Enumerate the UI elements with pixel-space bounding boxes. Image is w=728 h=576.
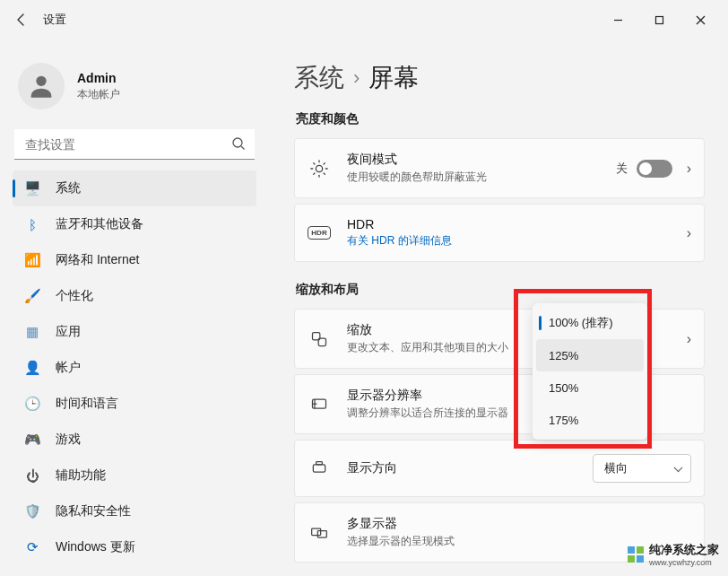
nav-label: 隐私和安全性: [56, 503, 131, 519]
orientation-dropdown[interactable]: 横向: [593, 454, 691, 483]
sidebar-item-7[interactable]: 🎮游戏: [13, 422, 256, 458]
nav-label: 网络和 Internet: [56, 252, 139, 268]
nav-icon: ⏻: [23, 468, 41, 484]
nav-label: 辅助功能: [56, 467, 106, 484]
nav-list: 🖥️系统ᛒ蓝牙和其他设备📶网络和 Internet🖌️个性化▦应用👤帐户🕒时间和…: [13, 170, 256, 565]
nav-icon: ▦: [23, 324, 41, 340]
main-panel: 系统 › 屏幕 亮度和颜色 夜间模式 使用较暖的颜色帮助屏蔽蓝光 关 › HDR…: [269, 39, 728, 576]
breadcrumb-leaf: 屏幕: [368, 61, 419, 95]
svg-rect-21: [313, 465, 325, 472]
card-title: 显示方向: [347, 460, 593, 476]
toggle-label: 关: [616, 161, 628, 177]
profile-subtitle: 本地帐户: [77, 87, 120, 102]
sidebar-item-3[interactable]: 🖌️个性化: [13, 278, 256, 314]
hdr-info-link[interactable]: 有关 HDR 的详细信息: [347, 233, 678, 249]
watermark-logo-icon: [628, 546, 644, 563]
nav-icon: 👤: [23, 360, 41, 376]
nav-label: 帐户: [56, 360, 81, 376]
card-title: HDR: [347, 217, 678, 231]
card-orientation[interactable]: 显示方向 横向: [294, 440, 705, 497]
watermark-url: www.ycwhzy.com: [649, 558, 719, 567]
svg-line-14: [314, 173, 315, 174]
chevron-right-icon: ›: [687, 161, 691, 177]
card-title: 多显示器: [347, 516, 691, 532]
sidebar-item-9[interactable]: 🛡️隐私和安全性: [13, 493, 256, 529]
nav-label: 应用: [56, 324, 81, 340]
scale-icon: [308, 327, 331, 351]
close-icon: [696, 15, 706, 25]
card-night-mode[interactable]: 夜间模式 使用较暖的颜色帮助屏蔽蓝光 关 ›: [294, 138, 705, 198]
svg-line-13: [324, 173, 325, 174]
scale-dropdown-menu: 100% (推荐)125%150%175%: [533, 303, 647, 440]
sidebar-item-8[interactable]: ⏻辅助功能: [13, 458, 256, 493]
breadcrumb: 系统 › 屏幕: [294, 61, 705, 95]
chevron-right-icon: ›: [687, 225, 691, 241]
user-icon: [26, 71, 56, 101]
breadcrumb-root[interactable]: 系统: [294, 61, 344, 95]
nav-icon: ⟳: [23, 539, 41, 555]
sidebar-item-4[interactable]: ▦应用: [13, 314, 256, 350]
scale-option-3[interactable]: 175%: [536, 404, 644, 436]
window-title: 设置: [43, 12, 66, 28]
arrow-left-icon: [14, 13, 29, 27]
sidebar-item-6[interactable]: 🕒时间和语言: [13, 386, 256, 422]
nav-icon: 🕒: [23, 396, 41, 412]
nav-icon: 📶: [23, 252, 41, 268]
avatar: [18, 63, 65, 109]
card-title: 夜间模式: [347, 152, 616, 168]
sidebar-item-2[interactable]: 📶网络和 Internet: [13, 242, 256, 278]
card-subtitle: 使用较暖的颜色帮助屏蔽蓝光: [347, 170, 616, 185]
nav-icon: 🛡️: [23, 503, 41, 519]
svg-line-6: [241, 146, 245, 150]
minimize-icon: [613, 15, 623, 25]
nav-label: Windows 更新: [56, 539, 135, 555]
minimize-button[interactable]: [597, 5, 638, 34]
resolution-icon: [308, 393, 331, 416]
sidebar: Admin 本地帐户 🖥️系统ᛒ蓝牙和其他设备📶网络和 Internet🖌️个性…: [0, 39, 269, 576]
nav-label: 游戏: [56, 432, 81, 448]
close-button[interactable]: [680, 5, 721, 34]
nav-icon: 🖥️: [23, 180, 41, 196]
maximize-icon: [654, 15, 664, 25]
svg-line-15: [324, 162, 325, 163]
profile-name: Admin: [77, 71, 120, 85]
sidebar-item-5[interactable]: 👤帐户: [13, 350, 256, 386]
search-wrap: [14, 129, 255, 160]
search-icon: [231, 136, 246, 154]
nav-label: 时间和语言: [56, 396, 118, 412]
multi-display-icon: [308, 521, 331, 545]
nav-icon: 🖌️: [23, 288, 41, 304]
svg-rect-22: [316, 462, 323, 465]
chevron-right-icon: ›: [353, 66, 360, 90]
scale-option-1[interactable]: 125%: [536, 339, 644, 371]
sidebar-item-1[interactable]: ᛒ蓝牙和其他设备: [13, 206, 256, 242]
window-controls: [597, 5, 721, 34]
svg-point-7: [316, 165, 322, 171]
profile-block[interactable]: Admin 本地帐户: [13, 47, 256, 129]
scale-option-2[interactable]: 150%: [536, 371, 644, 404]
title-bar: 设置: [0, 0, 728, 39]
nav-label: 蓝牙和其他设备: [56, 216, 143, 232]
card-hdr[interactable]: HDR HDR 有关 HDR 的详细信息 ›: [294, 204, 705, 262]
sidebar-item-10[interactable]: ⟳Windows 更新: [13, 529, 256, 565]
orientation-icon: [308, 457, 331, 480]
svg-rect-23: [312, 528, 321, 536]
search-input[interactable]: [14, 129, 255, 160]
svg-point-5: [233, 138, 242, 147]
night-mode-toggle[interactable]: [637, 160, 672, 178]
nav-icon: 🎮: [23, 432, 41, 448]
scale-option-0[interactable]: 100% (推荐): [536, 307, 644, 339]
nav-icon: ᛒ: [23, 217, 41, 232]
svg-rect-1: [655, 16, 663, 23]
sidebar-item-0[interactable]: 🖥️系统: [13, 170, 256, 206]
hdr-icon: HDR: [308, 222, 331, 245]
nav-label: 系统: [56, 180, 81, 196]
back-button[interactable]: [7, 5, 36, 34]
svg-line-12: [314, 162, 315, 163]
svg-point-4: [36, 76, 46, 86]
section-brightness-title: 亮度和颜色: [296, 111, 705, 127]
sun-icon: [308, 157, 331, 180]
watermark-name: 纯净系统之家: [649, 543, 719, 556]
maximize-button[interactable]: [638, 5, 680, 34]
section-scale-title: 缩放和布局: [296, 282, 705, 298]
